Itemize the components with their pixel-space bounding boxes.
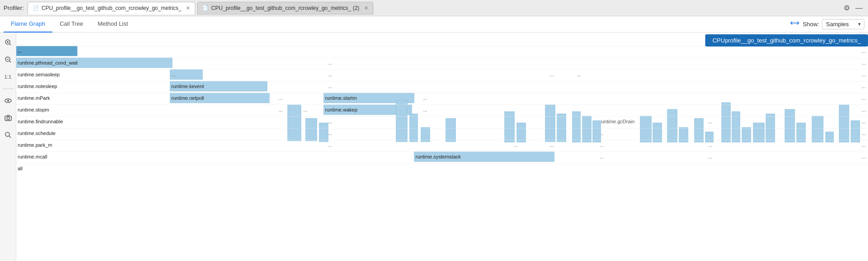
- svg-line-12: [9, 136, 11, 138]
- zoom-in-icon: [5, 39, 12, 46]
- settings-button[interactable]: ⚙: [842, 2, 852, 14]
- svg-text:...: ...: [862, 95, 866, 101]
- svg-text:...: ...: [599, 154, 604, 159]
- flame-graph-svg: ... ... runtime.pthread_cond_wait ... ru…: [16, 33, 868, 261]
- flame-graph-container[interactable]: CPUprofile__go_test_github_com_rcrowley_…: [16, 33, 868, 261]
- svg-text:runtime.schedule: runtime.schedule: [18, 130, 56, 136]
- svg-text:...: ...: [328, 72, 332, 77]
- compare-button[interactable]: [787, 17, 803, 32]
- eye-icon: [5, 97, 12, 104]
- svg-text:runtime.semasleep: runtime.semasleep: [18, 72, 60, 77]
- svg-rect-82: [705, 132, 713, 142]
- svg-text:runtime.mPark: runtime.mPark: [18, 95, 50, 101]
- svg-text:...: ...: [862, 154, 866, 159]
- show-label: Show:: [803, 21, 819, 28]
- svg-rect-64: [306, 118, 317, 141]
- svg-rect-90: [812, 116, 823, 142]
- svg-rect-67: [410, 114, 418, 142]
- svg-rect-86: [753, 123, 764, 142]
- ratio-label: 1:1: [2, 70, 14, 83]
- svg-text:runtime.mcall: runtime.mcall: [18, 154, 47, 159]
- left-sidebar: 1:1: [0, 33, 16, 261]
- svg-text:runtime.gcDrain: runtime.gcDrain: [599, 119, 635, 124]
- toolbar: Flame Graph Call Tree Method List Show: …: [0, 16, 868, 33]
- svg-text:...: ...: [862, 130, 866, 136]
- svg-text:runtime.pthread_cond_wait: runtime.pthread_cond_wait: [18, 60, 78, 65]
- svg-text:...: ...: [599, 142, 604, 148]
- svg-text:runtime.park_m: runtime.park_m: [18, 142, 52, 148]
- svg-rect-72: [545, 105, 555, 142]
- tab-2[interactable]: 📄 CPU_profile__go_test_github_com_rcrowl…: [197, 2, 373, 14]
- svg-point-11: [5, 132, 9, 136]
- tab-call-tree[interactable]: Call Tree: [52, 16, 90, 33]
- camera-button[interactable]: [2, 112, 14, 124]
- svg-text:...: ...: [708, 119, 712, 124]
- tab-2-close[interactable]: ✕: [364, 5, 368, 11]
- svg-text:...: ...: [862, 119, 866, 124]
- svg-rect-66: [396, 100, 407, 142]
- svg-text:...: ...: [303, 107, 307, 112]
- svg-text:runtime.startm: runtime.startm: [325, 95, 357, 101]
- search-icon: [5, 131, 12, 139]
- svg-text:...: ...: [550, 142, 554, 148]
- svg-rect-68: [421, 127, 430, 142]
- svg-text:...: ...: [423, 95, 427, 101]
- zoom-in-button[interactable]: [2, 36, 14, 49]
- svg-line-6: [9, 61, 11, 62]
- tab-2-label: CPU_profile__go_test_github_com_rcrowley…: [211, 5, 359, 11]
- svg-rect-79: [667, 109, 677, 142]
- svg-rect-78: [653, 123, 662, 142]
- profiler-label: Profiler:: [4, 5, 24, 11]
- svg-line-3: [9, 44, 11, 45]
- show-select-wrapper: Samples CPU Time Wall Time ▼: [822, 19, 864, 29]
- svg-text:...: ...: [862, 84, 866, 89]
- tab-method-list[interactable]: Method List: [90, 16, 135, 33]
- tab-flame-graph[interactable]: Flame Graph: [4, 16, 52, 33]
- svg-text:runtime.findrunnable: runtime.findrunnable: [18, 119, 63, 124]
- file-icon-1: 📄: [33, 5, 39, 11]
- main-content: 1:1 CPUprofile__go_test_github_com_rcrow…: [0, 33, 868, 261]
- svg-text:...: ...: [708, 142, 712, 148]
- svg-rect-93: [851, 121, 860, 142]
- svg-rect-89: [797, 123, 806, 142]
- svg-text:runtime.notesleep: runtime.notesleep: [18, 84, 57, 89]
- svg-text:all: all: [18, 166, 23, 171]
- svg-text:runtime.systemstack: runtime.systemstack: [415, 154, 461, 159]
- svg-text:...: ...: [423, 107, 427, 112]
- svg-text:...: ...: [862, 107, 866, 112]
- svg-rect-71: [517, 123, 526, 142]
- title-bar: Profiler: 📄 CPU_profile__go_test_github_…: [0, 0, 868, 16]
- minimize-button[interactable]: —: [854, 2, 864, 14]
- svg-text:...: ...: [708, 154, 712, 159]
- camera-icon: [5, 114, 12, 121]
- svg-rect-65: [319, 123, 328, 142]
- svg-rect-88: [785, 109, 795, 142]
- tooltip-dropdown[interactable]: CPUprofile__go_test_github_com_rcrowley_…: [705, 34, 868, 47]
- svg-text:...: ...: [328, 60, 332, 65]
- svg-rect-63: [288, 105, 301, 141]
- svg-rect-81: [694, 118, 703, 142]
- eye-button[interactable]: [2, 94, 14, 107]
- compare-icon: [790, 19, 799, 28]
- svg-rect-13: [16, 46, 77, 56]
- svg-text:...: ...: [278, 107, 283, 112]
- svg-text:runtime.netpoll: runtime.netpoll: [171, 95, 204, 101]
- svg-rect-87: [766, 114, 775, 142]
- search-button[interactable]: [2, 129, 14, 141]
- show-select[interactable]: Samples CPU Time Wall Time: [822, 19, 864, 29]
- zoom-out-icon: [5, 56, 12, 63]
- svg-text:...: ...: [514, 142, 518, 148]
- svg-rect-83: [722, 103, 731, 142]
- sidebar-divider-1: [3, 89, 14, 89]
- file-icon-2: 📄: [202, 5, 208, 11]
- svg-text:...: ...: [328, 130, 332, 136]
- svg-text:...: ...: [328, 84, 332, 89]
- tab-1[interactable]: 📄 CPU_profile__go_test_github_com_rcrowl…: [28, 2, 196, 14]
- zoom-out-button[interactable]: [2, 53, 14, 66]
- svg-rect-76: [593, 121, 601, 142]
- svg-text:...: ...: [550, 72, 554, 77]
- tab-1-close[interactable]: ✕: [186, 5, 190, 11]
- svg-text:...: ...: [328, 119, 332, 124]
- svg-text:...: ...: [862, 60, 866, 65]
- svg-text:runtime.wakep: runtime.wakep: [325, 107, 358, 112]
